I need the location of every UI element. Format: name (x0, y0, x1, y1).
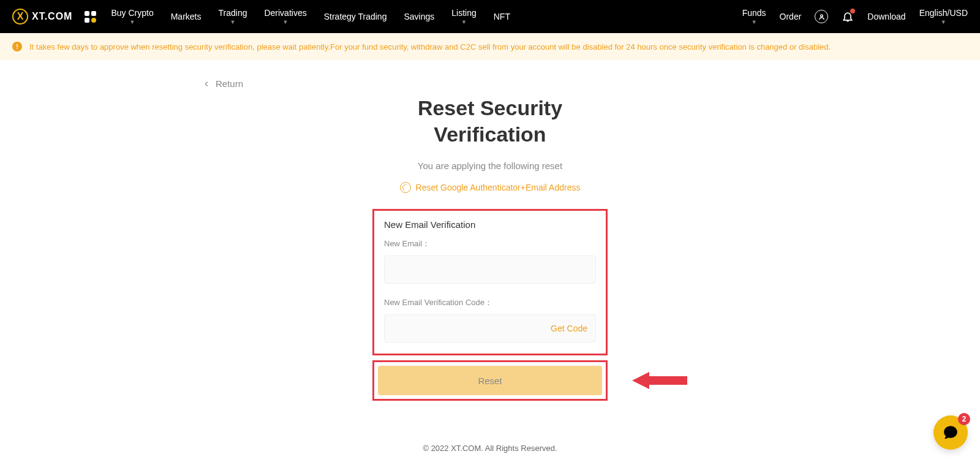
reset-type-label: Reset Google Authenticator+Email Address (416, 183, 581, 192)
chevron-down-icon: ▼ (461, 19, 467, 25)
page-title: Reset Security Verification (202, 95, 778, 147)
nav-label: English/USD (919, 8, 968, 18)
nav-strategy-trading[interactable]: Strategy Trading (324, 12, 387, 21)
authenticator-icon (400, 182, 411, 193)
get-code-button[interactable]: Get Code (551, 324, 587, 333)
form-highlight-box: New Email Verification New Email： New Em… (372, 209, 608, 355)
chat-bubble-button[interactable]: 2 (933, 415, 968, 450)
nav-trading[interactable]: Trading ▼ (219, 8, 247, 25)
nav-label: Buy Crypto (111, 8, 153, 18)
nav-label: Order (780, 12, 802, 21)
reset-type: Reset Google Authenticator+Email Address (202, 182, 778, 193)
reset-button[interactable]: Reset (378, 366, 602, 395)
return-label: Return (216, 78, 243, 89)
chevron-down-icon: ▼ (941, 19, 946, 25)
nav-left: Buy Crypto ▼ Markets Trading ▼ Derivativ… (111, 8, 742, 25)
logo-icon: X (12, 9, 28, 25)
return-link[interactable]: Return (202, 78, 778, 89)
nav-markets[interactable]: Markets (171, 12, 202, 21)
form-title: New Email Verification (384, 219, 596, 230)
user-account-icon[interactable] (815, 10, 828, 23)
nav-listing[interactable]: Listing ▼ (451, 8, 476, 25)
annotation-arrow-icon (632, 368, 687, 393)
notice-text: It takes few days to approve when resett… (29, 42, 831, 51)
chat-icon (943, 425, 959, 441)
chevron-down-icon: ▼ (283, 19, 288, 25)
nav-label: Markets (171, 12, 202, 21)
main-content: Return Reset Security Verification You a… (190, 60, 790, 462)
chevron-down-icon: ▼ (230, 19, 236, 25)
logo-text: XT.COM (32, 11, 72, 22)
nav-label: Download (867, 12, 905, 21)
main-header: X XT.COM Buy Crypto ▼ Markets Trading ▼ … (0, 0, 980, 33)
nav-label: Listing (451, 8, 476, 18)
nav-label: Derivatives (264, 8, 306, 18)
nav-locale[interactable]: English/USD ▼ (919, 8, 968, 25)
svg-point-0 (821, 14, 823, 17)
email-label: New Email： (384, 238, 596, 249)
nav-label: Savings (404, 12, 434, 21)
apps-grid-icon[interactable] (85, 11, 96, 23)
new-email-input[interactable] (384, 256, 596, 284)
nav-label: Strategy Trading (324, 12, 387, 21)
nav-label: NFT (494, 12, 510, 21)
chat-badge: 2 (958, 413, 970, 425)
reset-highlight-box: Reset (372, 360, 608, 401)
notification-dot (850, 9, 855, 13)
chevron-down-icon: ▼ (752, 19, 757, 25)
nav-label: Trading (219, 8, 247, 18)
page-subtitle: You are applying the following reset (202, 161, 778, 171)
nav-label: Funds (742, 8, 766, 18)
warning-icon: ! (12, 42, 22, 51)
chevron-left-icon (202, 80, 211, 88)
nav-download[interactable]: Download (867, 12, 905, 21)
notice-bar: ! It takes few days to approve when rese… (0, 33, 980, 60)
nav-order[interactable]: Order (780, 12, 802, 21)
code-label: New Email Verification Code： (384, 297, 596, 308)
nav-derivatives[interactable]: Derivatives ▼ (264, 8, 306, 25)
notification-bell-icon[interactable] (842, 10, 854, 23)
nav-right: Funds ▼ Order Download English/USD ▼ (742, 8, 968, 25)
logo[interactable]: X XT.COM (12, 9, 72, 25)
nav-buy-crypto[interactable]: Buy Crypto ▼ (111, 8, 153, 25)
chevron-down-icon: ▼ (130, 19, 135, 25)
svg-marker-1 (632, 372, 687, 389)
nav-funds[interactable]: Funds ▼ (742, 8, 766, 25)
nav-nft[interactable]: NFT (494, 12, 510, 21)
footer-copyright: © 2022 XT.COM. All Rights Reserved. (202, 444, 778, 462)
nav-savings[interactable]: Savings (404, 12, 434, 21)
